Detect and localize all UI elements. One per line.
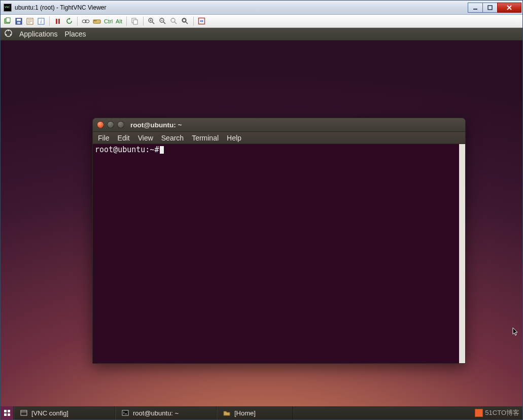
- terminal-icon: [122, 409, 129, 416]
- options-icon[interactable]: [25, 16, 35, 26]
- svg-rect-33: [199, 18, 205, 24]
- taskbar-item-label: [Home]: [234, 409, 256, 417]
- zoom-100-icon[interactable]: [169, 16, 179, 26]
- watermark: 51CTO博客: [472, 408, 522, 417]
- window-icon: [20, 409, 27, 416]
- remote-desktop[interactable]: Applications Places root@ubuntu: ~ File …: [1, 28, 522, 419]
- watermark-logo-icon: [475, 409, 483, 417]
- svg-point-28: [171, 18, 175, 22]
- taskbar-item-terminal[interactable]: root@ubuntu: ~: [115, 406, 217, 419]
- gnome-top-panel: Applications Places: [1, 28, 522, 41]
- terminal-menu-search[interactable]: Search: [161, 134, 184, 142]
- svg-line-22: [152, 22, 154, 24]
- svg-rect-1: [488, 6, 492, 10]
- svg-rect-17: [94, 20, 95, 21]
- terminal-cursor: [160, 146, 164, 154]
- minimize-button[interactable]: [468, 3, 483, 13]
- pause-icon[interactable]: [53, 16, 63, 26]
- taskbar-item-home[interactable]: [Home]: [217, 406, 293, 419]
- svg-line-31: [186, 22, 188, 24]
- svg-rect-41: [8, 413, 10, 416]
- svg-rect-5: [6, 18, 10, 22]
- terminal-body[interactable]: root@ubuntu:~#: [93, 144, 465, 363]
- terminal-scrollbar[interactable]: [459, 144, 465, 363]
- mouse-cursor-icon: [512, 327, 518, 336]
- show-desktop-button[interactable]: [1, 406, 14, 419]
- ctrl-alt-del-icon[interactable]: [81, 16, 91, 26]
- terminal-close-button[interactable]: [97, 121, 104, 128]
- terminal-menu-view[interactable]: View: [138, 134, 153, 142]
- terminal-menu-terminal[interactable]: Terminal: [192, 134, 219, 142]
- svg-rect-13: [58, 19, 60, 24]
- svg-rect-42: [21, 410, 27, 415]
- svg-rect-18: [95, 20, 96, 21]
- app-icon: [4, 4, 12, 12]
- gnome-bottom-taskbar: [VNC config] root@ubuntu: ~ [Home] 51CTO…: [1, 406, 522, 419]
- terminal-menu-edit[interactable]: Edit: [118, 134, 130, 142]
- svg-rect-40: [4, 413, 7, 416]
- ubuntu-logo-icon[interactable]: [5, 29, 12, 39]
- watermark-text: 51CTO博客: [485, 408, 519, 417]
- svg-point-15: [85, 20, 89, 23]
- taskbar-item-label: [VNC config]: [31, 409, 68, 417]
- svg-rect-44: [122, 410, 128, 415]
- svg-rect-20: [133, 20, 137, 24]
- window-titlebar[interactable]: ubuntu:1 (root) - TightVNC Viewer: [1, 1, 522, 15]
- refresh-icon[interactable]: [64, 16, 74, 26]
- maximize-button[interactable]: [482, 3, 498, 13]
- save-icon[interactable]: [14, 16, 24, 26]
- svg-line-29: [175, 22, 177, 24]
- terminal-title: root@ubuntu: ~: [130, 121, 182, 129]
- svg-rect-8: [17, 22, 20, 24]
- terminal-prompt: root@ubuntu:~#: [95, 145, 159, 154]
- terminal-menubar: File Edit View Search Terminal Help: [93, 132, 465, 144]
- ctrl-toggle-button[interactable]: Ctrl: [103, 18, 114, 24]
- svg-text:i: i: [41, 19, 42, 24]
- svg-point-37: [5, 34, 7, 36]
- folder-icon: [223, 409, 230, 416]
- places-menu[interactable]: Places: [65, 30, 86, 38]
- terminal-maximize-button[interactable]: [117, 121, 124, 128]
- svg-line-26: [163, 22, 165, 24]
- terminal-minimize-button[interactable]: [107, 121, 114, 128]
- zoom-fit-icon[interactable]: [180, 16, 190, 26]
- fullscreen-icon[interactable]: [197, 16, 207, 26]
- info-icon[interactable]: i: [36, 16, 46, 26]
- terminal-menu-help[interactable]: Help: [227, 134, 241, 142]
- svg-rect-7: [17, 19, 21, 21]
- terminal-titlebar[interactable]: root@ubuntu: ~: [93, 118, 465, 132]
- vnc-toolbar: i Ctrl Alt: [1, 15, 522, 28]
- window-title: ubuntu:1 (root) - TightVNC Viewer: [15, 4, 107, 11]
- terminal-window[interactable]: root@ubuntu: ~ File Edit View Search Ter…: [92, 118, 466, 364]
- zoom-out-icon[interactable]: [158, 16, 168, 26]
- copy-icon[interactable]: [130, 16, 140, 26]
- taskbar-item-vnc-config[interactable]: [VNC config]: [14, 406, 115, 419]
- close-button[interactable]: [497, 3, 521, 13]
- svg-rect-38: [4, 410, 7, 412]
- send-keys-icon[interactable]: [92, 16, 102, 26]
- terminal-menu-file[interactable]: File: [98, 134, 110, 142]
- zoom-in-icon[interactable]: [147, 16, 157, 26]
- applications-menu[interactable]: Applications: [19, 30, 58, 38]
- alt-toggle-button[interactable]: Alt: [115, 18, 123, 24]
- svg-rect-12: [56, 19, 57, 24]
- taskbar-item-label: root@ubuntu: ~: [133, 409, 179, 417]
- svg-rect-32: [183, 19, 186, 22]
- svg-point-35: [8, 30, 9, 31]
- svg-point-36: [10, 34, 12, 36]
- new-connection-icon[interactable]: [3, 16, 13, 26]
- svg-rect-39: [8, 410, 10, 412]
